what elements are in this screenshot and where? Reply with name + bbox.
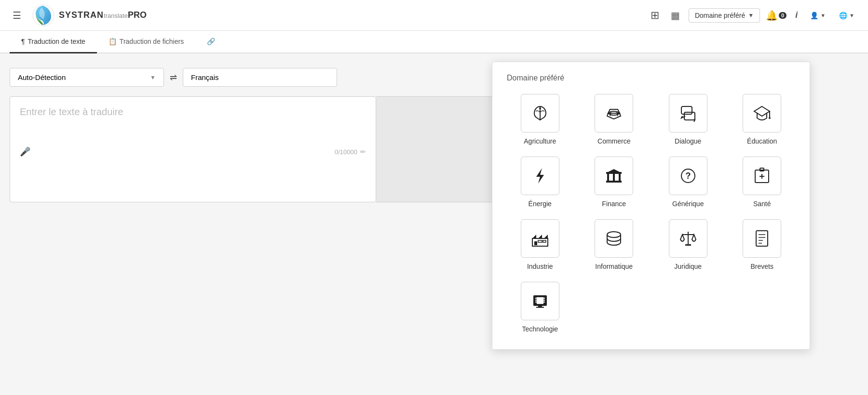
sante-icon-box xyxy=(743,157,781,195)
dialogue-label: Dialogue xyxy=(675,137,701,145)
svg-point-6 xyxy=(769,117,771,119)
link-icon: 🔗 xyxy=(207,38,215,45)
energie-icon xyxy=(531,167,549,184)
svg-rect-47 xyxy=(543,300,545,301)
tab-link-translation[interactable]: 🔗 xyxy=(195,31,227,53)
sante-icon xyxy=(753,167,771,184)
agriculture-label: Agriculture xyxy=(524,137,556,145)
finance-label: Finance xyxy=(602,200,626,208)
svg-marker-4 xyxy=(754,106,770,116)
user-icon: 👤 xyxy=(810,12,818,19)
domain-item-energie[interactable]: Énergie xyxy=(507,155,573,210)
svg-rect-48 xyxy=(543,302,545,303)
svg-marker-7 xyxy=(536,168,544,184)
info-button[interactable]: i xyxy=(792,7,800,23)
juridique-icon xyxy=(679,230,697,247)
domain-dropdown-label: Domaine préféré xyxy=(695,12,745,19)
domain-grid: Agriculture Commerce xyxy=(507,92,795,335)
svg-rect-3 xyxy=(684,112,695,120)
domain-item-industrie[interactable]: Industrie xyxy=(507,217,573,272)
generique-icon: ? xyxy=(679,167,697,184)
agriculture-icon xyxy=(531,105,549,122)
informatique-label: Informatique xyxy=(595,263,633,270)
energie-label: Énergie xyxy=(529,200,552,208)
language-menu-button[interactable]: 🌐 ▼ xyxy=(835,9,858,22)
generique-label: Générique xyxy=(672,200,704,208)
svg-marker-24 xyxy=(544,235,548,238)
main-content: ¶ Traduction de texte 📋 Traduction de fi… xyxy=(0,31,868,395)
finance-icon-box xyxy=(595,157,633,195)
svg-marker-11 xyxy=(606,169,622,173)
dialogue-icon xyxy=(679,105,697,122)
domain-item-juridique[interactable]: Juridique xyxy=(655,217,721,272)
svg-rect-31 xyxy=(685,244,691,246)
domain-item-agriculture[interactable]: Agriculture xyxy=(507,92,573,147)
bell-icon: 🔔 xyxy=(766,10,778,21)
juridique-label: Juridique xyxy=(674,263,702,270)
source-language-select[interactable]: Auto-Détection ▼ xyxy=(10,68,164,87)
card-view-button[interactable]: ▦ xyxy=(668,7,683,24)
header: ☰ SYSTRAN xyxy=(0,0,868,31)
chevron-down-icon: ▼ xyxy=(748,12,754,19)
file-icon: 📋 xyxy=(108,38,117,45)
industrie-icon-box xyxy=(521,219,559,258)
header-right: ⊞ ▦ Domaine préféré ▼ 🔔 0 i 👤 ▼ 🌐 ▼ xyxy=(648,6,858,25)
logo-text: SYSTRANtranslatePRO xyxy=(59,10,147,20)
domain-item-education[interactable]: Éducation xyxy=(729,92,796,147)
tabs-bar: ¶ Traduction de texte 📋 Traduction de fi… xyxy=(0,31,868,53)
hamburger-menu-button[interactable]: ☰ xyxy=(10,7,24,24)
svg-rect-14 xyxy=(619,174,621,181)
source-text-panel: Entrer le texte à traduire 🎤 0/10000 ✏ xyxy=(10,96,376,202)
domain-item-sante[interactable]: Santé xyxy=(729,155,796,210)
notification-badge: 0 xyxy=(779,12,787,19)
domain-item-generique[interactable]: ? Générique xyxy=(655,155,721,210)
svg-rect-12 xyxy=(607,174,609,181)
svg-rect-25 xyxy=(534,241,537,245)
globe-icon: 🌐 xyxy=(839,12,847,19)
education-icon-box xyxy=(743,94,781,132)
domain-item-brevets[interactable]: Brevets xyxy=(729,217,796,272)
brevets-icon-box xyxy=(743,219,781,258)
svg-text:?: ? xyxy=(685,171,691,181)
logo-container: SYSTRANtranslatePRO xyxy=(32,4,147,27)
svg-rect-27 xyxy=(543,240,546,242)
svg-rect-40 xyxy=(536,307,544,308)
agriculture-icon-box xyxy=(521,94,559,132)
technologie-label: Technologie xyxy=(522,325,558,333)
svg-rect-26 xyxy=(538,240,542,242)
svg-rect-9 xyxy=(606,173,622,174)
paragraph-icon: ¶ xyxy=(21,38,25,45)
domain-item-commerce[interactable]: Commerce xyxy=(581,92,648,147)
informatique-icon xyxy=(605,230,623,247)
tab-file-translation[interactable]: 📋 Traduction de fichiers xyxy=(97,31,195,53)
svg-rect-2 xyxy=(681,106,692,114)
domain-item-informatique[interactable]: Informatique xyxy=(581,217,648,272)
finance-icon xyxy=(605,167,623,184)
domain-item-dialogue[interactable]: Dialogue xyxy=(655,92,721,147)
systran-logo-icon xyxy=(32,4,55,27)
user-menu-button[interactable]: 👤 ▼ xyxy=(806,9,829,22)
notification-button[interactable]: 🔔 0 xyxy=(766,10,787,21)
tab-text-translation[interactable]: ¶ Traduction de texte xyxy=(10,31,97,53)
technologie-icon xyxy=(531,292,549,310)
language-row: Auto-Détection ▼ ⇌ Français xyxy=(10,68,444,87)
svg-point-1 xyxy=(539,107,541,109)
user-chevron-icon: ▼ xyxy=(820,13,826,18)
target-language-display: Français xyxy=(183,68,337,87)
industrie-label: Industrie xyxy=(527,263,553,270)
sante-label: Santé xyxy=(753,200,771,208)
education-icon xyxy=(753,105,771,122)
informatique-icon-box xyxy=(595,219,633,258)
domain-dropdown-button[interactable]: Domaine préféré ▼ xyxy=(689,8,760,23)
svg-marker-22 xyxy=(532,235,536,238)
industrie-icon xyxy=(531,230,549,247)
domain-item-finance[interactable]: Finance xyxy=(581,155,648,210)
svg-marker-23 xyxy=(538,235,542,238)
grid-view-button[interactable]: ⊞ xyxy=(648,6,662,25)
domain-item-technologie[interactable]: Technologie xyxy=(507,280,573,335)
brevets-icon xyxy=(753,230,771,247)
source-lang-chevron-icon: ▼ xyxy=(150,74,156,81)
svg-rect-44 xyxy=(535,300,537,301)
swap-languages-button[interactable]: ⇌ xyxy=(170,72,177,83)
svg-rect-43 xyxy=(535,298,537,299)
